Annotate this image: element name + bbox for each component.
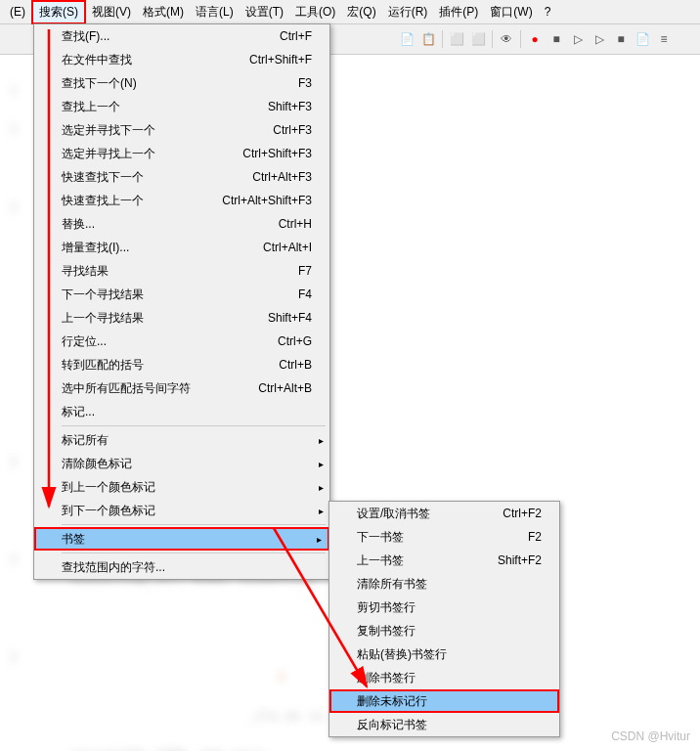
submenu-toggle-bookmark[interactable]: 设置/取消书签Ctrl+F2 xyxy=(329,502,559,525)
submenu-delete-unmarked-lines[interactable]: 删除未标记行 xyxy=(329,689,559,713)
chevron-right-icon: ▸ xyxy=(319,506,324,516)
menu-select-find-prev[interactable]: 选定并寻找上一个Ctrl+Shift+F3 xyxy=(34,142,329,165)
submenu-prev-bookmark[interactable]: 上一书签Shift+F2 xyxy=(329,549,559,572)
menu-language[interactable]: 语言(L) xyxy=(190,2,240,22)
menu-mark-all[interactable]: 标记所有▸ xyxy=(34,428,329,452)
menu-replace[interactable]: 替换...Ctrl+H xyxy=(34,212,329,236)
toolbar-separator xyxy=(520,30,521,48)
menu-mark[interactable]: 标记... xyxy=(34,400,329,423)
menu-settings[interactable]: 设置(T) xyxy=(240,2,289,22)
chevron-right-icon: ▸ xyxy=(317,534,322,545)
menu-clear-color-marks[interactable]: 清除颜色标记▸ xyxy=(34,452,329,475)
menu-bar: (E) 搜索(S) 视图(V) 格式(M) 语言(L) 设置(T) 工具(O) … xyxy=(0,0,700,24)
menu-separator xyxy=(62,552,326,553)
submenu-next-bookmark[interactable]: 下一书签F2 xyxy=(329,525,559,549)
submenu-paste-replace-bookmarked[interactable]: 粘贴(替换)书签行 xyxy=(329,642,559,666)
chevron-right-icon: ▸ xyxy=(319,459,324,469)
submenu-cut-bookmarked-lines[interactable]: 剪切书签行 xyxy=(329,596,559,619)
menu-quick-find-prev[interactable]: 快速查找上一个Ctrl+Alt+Shift+F3 xyxy=(34,189,329,212)
menu-run[interactable]: 运行(R) xyxy=(382,2,434,22)
menu-window[interactable]: 窗口(W) xyxy=(484,2,538,22)
menu-goto-line[interactable]: 行定位...Ctrl+G xyxy=(34,330,329,353)
menu-tools[interactable]: 工具(O) xyxy=(289,2,341,22)
stop-icon[interactable]: ■ xyxy=(547,29,566,49)
menu-separator xyxy=(62,425,326,426)
submenu-delete-bookmarked-lines[interactable]: 删除书签行 xyxy=(329,666,559,689)
menu-macro[interactable]: 宏(Q) xyxy=(341,2,381,22)
submenu-clear-all-bookmarks[interactable]: 清除所有书签 xyxy=(329,572,559,596)
menu-incremental-search[interactable]: 增量查找(I)...Ctrl+Alt+I xyxy=(34,236,329,259)
menu-bookmark[interactable]: 书签▸ xyxy=(34,527,329,551)
record-icon[interactable]: ● xyxy=(525,29,545,49)
menu-format[interactable]: 格式(M) xyxy=(137,2,190,22)
menu-select-find-next[interactable]: 选定并寻找下一个Ctrl+F3 xyxy=(34,118,329,142)
menu-prev-color-mark[interactable]: 到上一个颜色标记▸ xyxy=(34,475,329,499)
toolbar-separator xyxy=(442,30,443,48)
submenu-inverse-bookmark[interactable]: 反向标记书签 xyxy=(329,713,559,736)
menu-find-chars-in-range[interactable]: 查找范围内的字符... xyxy=(34,555,329,579)
menu-select-bracket[interactable]: 选中所有匹配括号间字符Ctrl+Alt+B xyxy=(34,376,329,400)
toolbar-icon[interactable]: 📄 xyxy=(397,29,416,49)
menu-find-prev[interactable]: 查找上一个Shift+F3 xyxy=(34,95,329,118)
eye-icon[interactable]: 👁 xyxy=(497,29,516,49)
menu-find-in-files[interactable]: 在文件中查找Ctrl+Shift+F xyxy=(34,48,329,71)
submenu-copy-bookmarked-lines[interactable]: 复制书签行 xyxy=(329,619,559,642)
menu-view[interactable]: 视图(V) xyxy=(86,2,137,22)
menu-search[interactable]: 搜索(S) xyxy=(31,0,86,24)
watermark-text: CSDN @Hvitur xyxy=(611,729,690,743)
menu-next-result[interactable]: 下一个寻找结果F4 xyxy=(34,283,329,306)
menu-separator xyxy=(62,524,326,525)
toolbar-icon[interactable]: ⬜ xyxy=(468,29,488,49)
play-icon[interactable]: ▷ xyxy=(568,29,588,49)
menu-search-results[interactable]: 寻找结果F7 xyxy=(34,259,329,283)
menu-plugins[interactable]: 插件(P) xyxy=(433,2,484,22)
menu-find-next[interactable]: 查找下一个(N)F3 xyxy=(34,71,329,95)
toolbar-icon[interactable]: 📋 xyxy=(418,29,438,49)
menu-prev-result[interactable]: 上一个寻找结果Shift+F4 xyxy=(34,306,329,330)
menu-edit[interactable]: (E) xyxy=(4,3,31,21)
menu-help[interactable]: ? xyxy=(539,3,557,21)
bookmark-submenu: 设置/取消书签Ctrl+F2 下一书签F2 上一书签Shift+F2 清除所有书… xyxy=(328,501,560,737)
search-dropdown-menu: 查找(F)...Ctrl+F 在文件中查找Ctrl+Shift+F 查找下一个(… xyxy=(33,23,330,580)
toolbar-icon[interactable]: ⬜ xyxy=(447,29,466,49)
menu-goto-bracket[interactable]: 转到匹配的括号Ctrl+B xyxy=(34,353,329,376)
toolbar-icon[interactable]: 📄 xyxy=(633,29,652,49)
menu-find[interactable]: 查找(F)...Ctrl+F xyxy=(34,24,329,48)
toolbar-separator xyxy=(492,30,493,48)
menu-quick-find-next[interactable]: 快速查找下一个Ctrl+Alt+F3 xyxy=(34,165,329,189)
fast-forward-icon[interactable]: ▷ xyxy=(590,29,609,49)
toolbar-icon[interactable]: ■ xyxy=(611,29,631,49)
chevron-right-icon: ▸ xyxy=(319,482,324,493)
chevron-right-icon: ▸ xyxy=(319,435,324,446)
menu-next-color-mark[interactable]: 到下一个颜色标记▸ xyxy=(34,499,329,522)
toolbar-icon[interactable]: ≡ xyxy=(654,29,674,49)
